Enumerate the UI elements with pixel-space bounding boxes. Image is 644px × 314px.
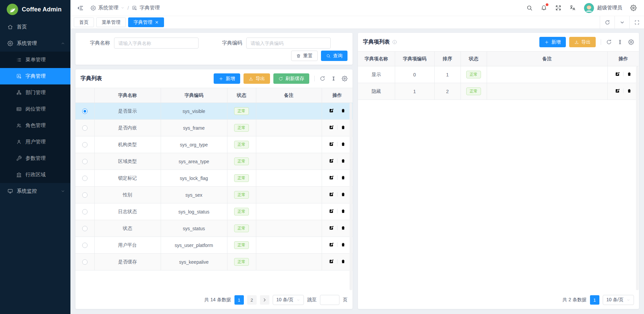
breadcrumb-system-management[interactable]: 系统管理 <box>91 5 124 11</box>
delete-icon[interactable] <box>340 175 346 180</box>
tabs-refresh-button[interactable] <box>600 16 614 28</box>
sidebar-item-system-monitor[interactable]: 系统监控 <box>0 183 70 199</box>
translate-icon[interactable] <box>570 5 576 11</box>
tab-menu-management[interactable]: 菜单管理 <box>96 17 126 27</box>
table-row[interactable]: 是否显示 sys_visible 正常 <box>75 103 353 120</box>
sidebar-item-param-management[interactable]: 参数管理 <box>0 150 70 167</box>
edit-icon[interactable] <box>329 108 334 113</box>
table-row[interactable]: 是否缓存 sys_keepalive 正常 <box>75 254 353 270</box>
table-row[interactable]: 锁定标记 sys_lock_flag 正常 <box>75 170 353 187</box>
row-radio[interactable] <box>82 142 88 147</box>
next-page-button[interactable] <box>260 295 269 305</box>
tab-dict-management[interactable]: 字典管理 <box>128 17 164 27</box>
delete-icon[interactable] <box>340 259 346 264</box>
row-radio[interactable] <box>82 259 88 265</box>
row-height-icon[interactable] <box>617 39 623 45</box>
row-height-icon[interactable] <box>331 76 336 81</box>
fullscreen-icon[interactable] <box>555 5 561 11</box>
tabs-menu-button[interactable] <box>614 16 629 28</box>
reset-button[interactable]: 重置 <box>291 51 318 61</box>
sidebar-item-home[interactable]: 首页 <box>0 19 70 35</box>
dict-name-input[interactable] <box>114 38 199 49</box>
sidebar-item-dict-management[interactable]: 字典管理 <box>0 68 70 84</box>
row-radio[interactable] <box>82 159 88 164</box>
row-radio[interactable] <box>82 226 88 231</box>
edit-icon[interactable] <box>329 242 334 247</box>
delete-icon[interactable] <box>340 225 346 231</box>
column-settings-gear-icon[interactable] <box>342 76 347 81</box>
delete-icon[interactable] <box>340 125 346 130</box>
dict-export-button[interactable]: 导出 <box>244 73 270 84</box>
delete-icon[interactable] <box>340 158 346 164</box>
refresh-cache-button[interactable]: 刷新缓存 <box>273 73 309 84</box>
table-row[interactable]: 状态 sys_status 正常 <box>75 220 353 237</box>
sidebar-item-dept-management[interactable]: 部门管理 <box>0 84 70 101</box>
dict-add-button[interactable]: 新增 <box>214 73 240 84</box>
column-settings-gear-icon[interactable] <box>628 39 634 45</box>
delete-icon[interactable] <box>340 208 346 214</box>
edit-icon[interactable] <box>329 259 334 264</box>
sidebar-item-role-management[interactable]: 角色管理 <box>0 117 70 134</box>
edit-icon[interactable] <box>329 208 334 214</box>
row-radio[interactable] <box>82 176 88 181</box>
search-icon[interactable] <box>526 5 533 11</box>
table-row[interactable]: 区域类型 sys_area_type 正常 <box>75 153 353 170</box>
sidebar-item-menu-management[interactable]: 菜单管理 <box>0 52 70 68</box>
page-size-select[interactable]: 10 条/页 <box>273 295 304 305</box>
tab-close-icon[interactable] <box>155 20 159 24</box>
edit-icon[interactable] <box>329 158 334 164</box>
row-radio[interactable] <box>82 109 88 114</box>
delete-icon[interactable] <box>340 108 346 113</box>
edit-icon[interactable] <box>329 225 334 231</box>
delete-icon[interactable] <box>340 242 346 247</box>
settings-gear-icon[interactable] <box>630 5 637 11</box>
breadcrumb-dict-management[interactable]: 字典管理 <box>132 5 160 11</box>
jump-page-input[interactable] <box>320 295 339 305</box>
delete-icon[interactable] <box>627 88 632 93</box>
delete-icon[interactable] <box>340 141 346 147</box>
table-row[interactable]: 机构类型 sys_org_type 正常 <box>75 136 353 153</box>
table-refresh-icon[interactable] <box>320 76 325 81</box>
status-badge: 正常 <box>234 107 249 115</box>
row-radio[interactable] <box>82 192 88 198</box>
table-row[interactable]: 是否内嵌 sys_frame 正常 <box>75 120 353 136</box>
sidebar-item-system-management[interactable]: 系统管理 <box>0 35 70 52</box>
query-button[interactable]: 查询 <box>321 51 347 61</box>
delete-icon[interactable] <box>340 192 346 197</box>
table-row[interactable]: 显示 0 1 正常 <box>358 66 639 83</box>
radio-column-header <box>75 88 94 103</box>
row-radio[interactable] <box>82 243 88 248</box>
content-fullscreen-button[interactable] <box>629 16 644 28</box>
edit-icon[interactable] <box>329 192 334 197</box>
dict-item-add-button[interactable]: 新增 <box>539 37 566 47</box>
row-radio[interactable] <box>82 209 88 214</box>
dict-code-input[interactable] <box>246 38 331 49</box>
sidebar-collapse-icon[interactable] <box>77 5 84 11</box>
tab-home[interactable]: 首页 <box>74 17 94 27</box>
page-button-1[interactable]: 1 <box>234 295 244 305</box>
page-button-2[interactable]: 2 <box>247 295 257 305</box>
table-scrollbar[interactable] <box>350 103 352 290</box>
user-menu[interactable]: 超级管理员 <box>584 3 622 13</box>
table-row[interactable]: 性别 sys_sex 正常 <box>75 187 353 203</box>
dict-item-export-button[interactable]: 导出 <box>569 37 596 47</box>
edit-icon[interactable] <box>329 175 334 180</box>
app-logo[interactable]: Coffee Admin <box>0 0 70 19</box>
table-row[interactable]: 用户平台 sys_user_platform 正常 <box>75 237 353 254</box>
sidebar-item-post-management[interactable]: 岗位管理 <box>0 101 70 117</box>
row-radio[interactable] <box>82 125 88 131</box>
edit-icon[interactable] <box>329 141 334 147</box>
edit-icon[interactable] <box>329 125 334 130</box>
notifications-button[interactable] <box>541 4 547 12</box>
page-size-select[interactable]: 10 条/页 <box>603 295 634 305</box>
edit-icon[interactable] <box>615 71 620 77</box>
edit-icon[interactable] <box>615 88 620 93</box>
delete-icon[interactable] <box>627 71 632 77</box>
sidebar-item-admin-region[interactable]: 行政区域 <box>0 167 70 183</box>
page-button-1[interactable]: 1 <box>590 295 599 305</box>
table-refresh-icon[interactable] <box>606 39 612 45</box>
sidebar-item-user-management[interactable]: 用户管理 <box>0 134 70 150</box>
table-row[interactable]: 日志状态 sys_log_status 正常 <box>75 203 353 220</box>
table-row[interactable]: 隐藏 1 2 正常 <box>358 83 639 100</box>
table-scrollbar[interactable] <box>636 66 639 290</box>
